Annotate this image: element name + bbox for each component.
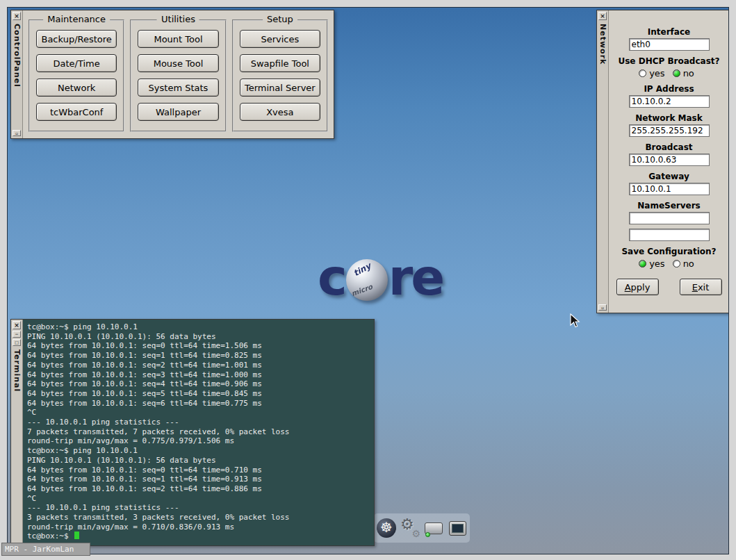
screen: c tiny micro re ☸ ⚙ ⚙ <box>0 0 736 560</box>
terminal-line: round-trip min/avg/max = 0.775/0.979/1.5… <box>27 436 370 446</box>
exit-button[interactable]: Exit <box>680 279 722 295</box>
tcwbarconf-button[interactable]: tcWbarConf <box>36 103 117 121</box>
window-title: Network <box>598 24 607 65</box>
save-no-radio[interactable] <box>673 260 680 267</box>
nameserver1-input[interactable] <box>629 212 710 224</box>
dhcp-yes-label: yes <box>649 68 664 79</box>
terminal-line: 64 bytes from 10.10.0.1: seq=6 ttl=64 ti… <box>27 399 370 409</box>
wallpaper-button[interactable]: Wallpaper <box>138 103 218 121</box>
gateway-input[interactable] <box>629 183 710 195</box>
control-panel-titlebar[interactable]: × ControlPanel ▫ <box>11 10 23 138</box>
group-label: Setup <box>263 14 297 24</box>
close-icon[interactable]: × <box>13 321 21 329</box>
taskbar-window-label[interactable]: MPR - JarKomLan <box>1 543 90 556</box>
network-mask-label: Network Mask <box>635 113 703 123</box>
backup-restore-button[interactable]: Backup/Restore <box>36 30 117 48</box>
minimize-icon[interactable]: ▫ <box>598 304 607 311</box>
mouse-tool-button[interactable]: Mouse Tool <box>138 54 218 72</box>
window-title: ControlPanel <box>13 24 22 88</box>
wheel-glyph-icon: ☸ <box>377 518 396 538</box>
apps-wheel-icon[interactable]: ☸ <box>377 516 396 541</box>
network-mask-input[interactable] <box>629 124 710 137</box>
mount-tool-button[interactable]: Mount Tool <box>138 30 218 48</box>
network-titlebar[interactable]: × Network ▫ <box>597 10 609 313</box>
logo-text-left: c <box>318 252 345 302</box>
network-window: × Network ▫ Interface Use DHCP Broadcast… <box>596 10 729 313</box>
terminal-line: PING 10.10.0.1 (10.10.0.1): 56 data byte… <box>27 332 370 342</box>
network-content: Interface Use DHCP Broadcast? yes no IP … <box>609 10 729 313</box>
tinycore-logo: c tiny micro re <box>318 252 443 302</box>
monitor-screen <box>452 524 464 533</box>
terminal-cursor <box>74 532 79 539</box>
control-panel-window: × ControlPanel ▫ Maintenance Backup/Rest… <box>10 10 334 139</box>
terminal-server-button[interactable]: Terminal Server <box>240 79 320 97</box>
save-radio-group: yes no <box>639 258 699 269</box>
mouse-cursor-icon <box>570 313 580 329</box>
dhcp-no-label: no <box>683 68 694 79</box>
nameserver2-input[interactable] <box>629 229 710 241</box>
terminal-monitor-icon[interactable] <box>448 516 467 541</box>
terminal-line: round-trip min/avg/max = 0.710/0.836/0.9… <box>27 522 370 532</box>
services-button[interactable]: Services <box>240 30 320 48</box>
logo-tiny-label: tiny <box>352 261 373 279</box>
apply-button[interactable]: Apply <box>616 279 659 295</box>
maximize-icon[interactable]: □ <box>13 339 21 346</box>
terminal-output[interactable]: tc@box:~$ ping 10.10.0.1 PING 10.10.0.1 … <box>23 320 374 545</box>
terminal-line: --- 10.10.0.1 ping statistics --- <box>27 503 370 513</box>
terminal-line: 64 bytes from 10.10.0.1: seq=5 ttl=64 ti… <box>27 389 370 399</box>
xvesa-button[interactable]: Xvesa <box>240 103 320 121</box>
dhcp-radio-group: yes no <box>639 68 699 79</box>
terminal-line: 64 bytes from 10.10.0.1: seq=0 ttl=64 ti… <box>27 341 370 351</box>
broadcast-input[interactable] <box>629 154 710 166</box>
terminal-line: 3 packets transmitted, 3 packets receive… <box>27 513 370 522</box>
gear-icon: ⚙ <box>411 529 420 538</box>
logo-text-right: re <box>389 252 443 302</box>
terminal-line: tc@box:~$ ping 10.10.0.1 <box>27 446 370 456</box>
dhcp-no-radio[interactable] <box>673 69 680 77</box>
terminal-line: ^C <box>27 408 370 418</box>
close-icon[interactable]: × <box>598 12 607 20</box>
ip-address-label: IP Address <box>644 84 694 94</box>
monitor-shape <box>449 521 466 536</box>
terminal-line: 7 packets transmitted, 7 packets receive… <box>27 427 370 437</box>
mount-device-icon[interactable] <box>424 516 443 541</box>
broadcast-label: Broadcast <box>645 142 692 152</box>
logo-micro-label: micro <box>350 283 373 297</box>
terminal-line: 64 bytes from 10.10.0.1: seq=1 ttl=64 ti… <box>27 351 370 361</box>
terminal-line: 64 bytes from 10.10.0.1: seq=0 ttl=64 ti… <box>27 466 370 475</box>
terminal-line: 64 bytes from 10.10.0.1: seq=2 ttl=64 ti… <box>27 484 370 494</box>
ip-address-input[interactable] <box>629 95 710 108</box>
control-panel-gears-icon[interactable]: ⚙ ⚙ <box>400 516 420 541</box>
window-title: Terminal <box>13 349 22 392</box>
group-maintenance: Maintenance Backup/Restore Date/Time Net… <box>28 19 124 132</box>
terminal-line: --- 10.10.0.1 ping statistics --- <box>27 418 370 427</box>
network-button[interactable]: Network <box>36 79 117 97</box>
date-time-button[interactable]: Date/Time <box>36 54 117 72</box>
terminal-prompt-line: tc@box:~$ <box>27 532 370 541</box>
dhcp-label: Use DHCP Broadcast? <box>618 56 719 66</box>
save-config-label: Save Configuration? <box>621 247 716 256</box>
nameservers-label: NameServers <box>637 201 701 211</box>
terminal-line: tc@box:~$ ping 10.10.0.1 <box>27 322 370 332</box>
shade-icon[interactable]: − <box>13 331 21 338</box>
save-yes-label: yes <box>649 258 664 269</box>
terminal-line: ^C <box>27 494 370 504</box>
terminal-prompt: tc@box:~$ <box>27 532 73 541</box>
interface-label: Interface <box>648 27 690 37</box>
terminal-line: 64 bytes from 10.10.0.1: seq=1 ttl=64 ti… <box>27 475 370 484</box>
interface-input[interactable] <box>629 38 710 51</box>
save-no-label: no <box>683 258 694 269</box>
control-panel-content: Maintenance Backup/Restore Date/Time Net… <box>23 10 334 138</box>
terminal-titlebar[interactable]: × − □ Terminal <box>11 320 23 545</box>
minimize-icon[interactable]: ▫ <box>13 130 21 136</box>
dhcp-yes-radio[interactable] <box>639 69 646 77</box>
group-label: Maintenance <box>43 14 110 24</box>
logo-sphere-icon: tiny micro <box>346 259 388 301</box>
system-stats-button[interactable]: System Stats <box>138 79 218 97</box>
close-icon[interactable]: × <box>13 12 21 20</box>
swapfile-tool-button[interactable]: Swapfile Tool <box>240 54 320 72</box>
green-led-icon <box>425 532 430 537</box>
group-setup: Setup Services Swapfile Tool Terminal Se… <box>232 19 328 132</box>
dock: ☸ ⚙ ⚙ <box>374 513 470 543</box>
save-yes-radio[interactable] <box>639 260 646 267</box>
